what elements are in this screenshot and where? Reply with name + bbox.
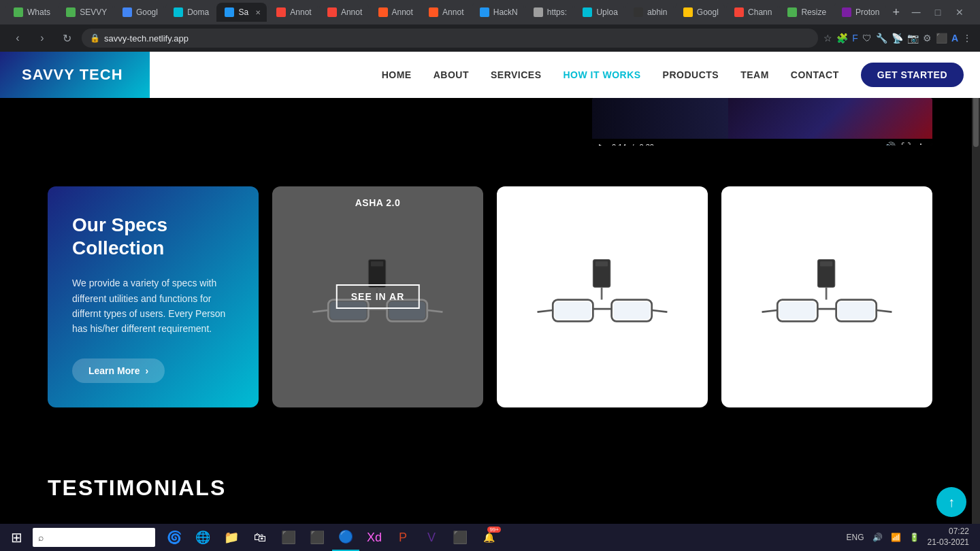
tab-savvy[interactable]: Sa ✕ — [216, 3, 267, 22]
play-icon[interactable]: ▶ — [599, 141, 606, 146]
nav-contact[interactable]: CONTACT — [791, 69, 839, 80]
tab-https[interactable]: https: — [525, 3, 574, 22]
video-thumbnail — [592, 98, 932, 139]
taskbar-term[interactable]: ⬛ — [304, 524, 331, 551]
fullscreen-icon[interactable]: ⛶ — [901, 141, 911, 146]
account-icon[interactable]: A — [951, 33, 958, 44]
extension2-icon[interactable]: ⬛ — [936, 33, 947, 44]
tab-annot2[interactable]: Annot — [319, 3, 369, 22]
video-separator: / — [632, 143, 634, 146]
tab-favicon — [583, 7, 592, 17]
shield-icon[interactable]: 🛡 — [862, 33, 872, 44]
settings-icon[interactable]: ⚙ — [923, 33, 932, 44]
start-button[interactable]: ⊞ — [0, 524, 33, 551]
taskbar-chrome[interactable]: 🔵 — [332, 524, 359, 551]
tab-label: Whats — [27, 7, 50, 17]
tab-bar: Whats SEVVY Googl Doma Sa ✕ Annot Annot — [0, 0, 980, 24]
tab-domain[interactable]: Doma — [165, 3, 215, 22]
taskbar-time-display: 07:22 — [928, 527, 969, 537]
taskbar-cortana[interactable]: 🌀 — [161, 524, 188, 551]
new-tab-button[interactable]: + — [887, 5, 906, 20]
camera-icon[interactable]: 📷 — [907, 33, 919, 44]
profile-icon[interactable]: F — [852, 33, 858, 44]
extension-icon[interactable]: 🧩 — [836, 33, 848, 44]
learn-more-button[interactable]: Learn More › — [72, 358, 165, 383]
taskbar-extra1[interactable]: ⬛ — [446, 524, 474, 551]
tab-gmail[interactable]: Googl — [675, 3, 725, 22]
tab-close-icon[interactable]: ✕ — [255, 9, 261, 16]
addon-icon[interactable]: 🔧 — [876, 33, 887, 44]
tab-label: Resize — [801, 7, 826, 17]
more-icon[interactable]: ⋮ — [962, 33, 972, 44]
taskbar-search[interactable]: ⌕ — [33, 528, 155, 547]
tab-hackn[interactable]: HackN — [472, 3, 524, 22]
back-button[interactable]: ‹ — [8, 29, 27, 48]
tab-github[interactable]: abhin — [625, 3, 674, 22]
nav-team[interactable]: TEAM — [740, 69, 769, 80]
address-bar[interactable]: 🔒 savvy-tech.netlify.app — [82, 29, 818, 48]
tab-favicon — [634, 7, 643, 17]
glasses-svg-3 — [759, 256, 895, 337]
svg-rect-11 — [595, 262, 608, 267]
taskbar-powerpoint[interactable]: P — [389, 524, 416, 551]
taskbar-vscode[interactable]: ⬛ — [275, 524, 302, 551]
svg-rect-28 — [779, 302, 816, 320]
nav-how-it-works[interactable]: HOW IT WORKS — [564, 69, 641, 80]
tab-proton[interactable]: Proton — [834, 3, 885, 22]
taskbar-xd[interactable]: Xd — [361, 524, 388, 551]
video-section: ▶ 0:14 / 0:30 🔊 ⛶ ⋮ — [0, 98, 980, 159]
close-button[interactable]: ✕ — [950, 3, 969, 22]
maximize-button[interactable]: □ — [928, 3, 947, 22]
tab-google[interactable]: Googl — [114, 3, 164, 22]
tab-upload[interactable]: Uploa — [574, 3, 624, 22]
tab-youtube[interactable]: Chann — [726, 3, 778, 22]
taskbar-explorer[interactable]: 📁 — [218, 524, 245, 551]
navbar-brand: SAVVY TECH — [0, 52, 150, 98]
taskbar-network: 📶 — [891, 533, 901, 542]
svg-rect-1 — [371, 262, 383, 267]
tab-label: Annot — [442, 7, 463, 17]
tab-favicon — [480, 7, 489, 17]
nav-products[interactable]: PRODUCTS — [663, 69, 719, 80]
nav-about[interactable]: ABOUT — [434, 69, 469, 80]
tab-label: Proton — [855, 7, 879, 17]
tab-sevvy[interactable]: SEVVY — [58, 3, 113, 22]
svg-rect-21 — [820, 262, 832, 267]
tab-favicon — [327, 7, 337, 17]
svg-line-27 — [877, 310, 892, 312]
scrollbar[interactable] — [972, 52, 980, 528]
tab-resize[interactable]: Resize — [779, 3, 832, 22]
see-in-ar-button[interactable]: SEE IN AR — [336, 284, 420, 309]
refresh-button[interactable]: ↻ — [57, 29, 76, 48]
scroll-to-top-button[interactable]: ↑ — [936, 487, 966, 517]
taskbar-edge[interactable]: 🌐 — [189, 524, 216, 551]
address-icons: ☆ 🧩 F 🛡 🔧 📡 📷 ⚙ ⬛ A ⋮ — [823, 33, 972, 44]
forward-button[interactable]: › — [33, 29, 52, 48]
get-started-button[interactable]: GET STARTED — [861, 63, 964, 87]
taskbar-vb[interactable]: V — [418, 524, 445, 551]
minimize-button[interactable]: ─ — [906, 3, 926, 22]
taskbar-volume: 🔊 — [872, 533, 883, 542]
taskbar-notif[interactable]: 🔔 99+ — [475, 524, 502, 551]
tab-annot3[interactable]: Annot — [370, 3, 420, 22]
tab-annot1[interactable]: Annot — [268, 3, 318, 22]
nav-services[interactable]: SERVICES — [491, 69, 542, 80]
product-image-2 — [518, 235, 687, 358]
volume-icon[interactable]: 🔊 — [884, 141, 896, 146]
video-player: ▶ 0:14 / 0:30 🔊 ⛶ ⋮ — [592, 98, 932, 146]
nav-home[interactable]: HOME — [382, 69, 412, 80]
taskbar-store[interactable]: 🛍 — [246, 524, 274, 551]
taskbar-datetime: 07:22 21-03-2021 — [928, 527, 969, 548]
tab-label: Annot — [341, 7, 362, 17]
star-icon[interactable]: ☆ — [823, 33, 832, 44]
tab-annot4[interactable]: Annot — [421, 3, 470, 22]
tab-whatsapp[interactable]: Whats — [5, 3, 56, 22]
more-options-icon[interactable]: ⋮ — [916, 141, 926, 146]
svg-rect-19 — [613, 302, 650, 320]
search-icon: ⌕ — [38, 532, 44, 543]
tab-label: https: — [547, 7, 567, 17]
tab-favicon — [429, 7, 438, 17]
feed-icon[interactable]: 📡 — [892, 33, 903, 44]
video-total-time: 0:30 — [639, 143, 653, 146]
tab-label: Uploa — [596, 7, 617, 17]
